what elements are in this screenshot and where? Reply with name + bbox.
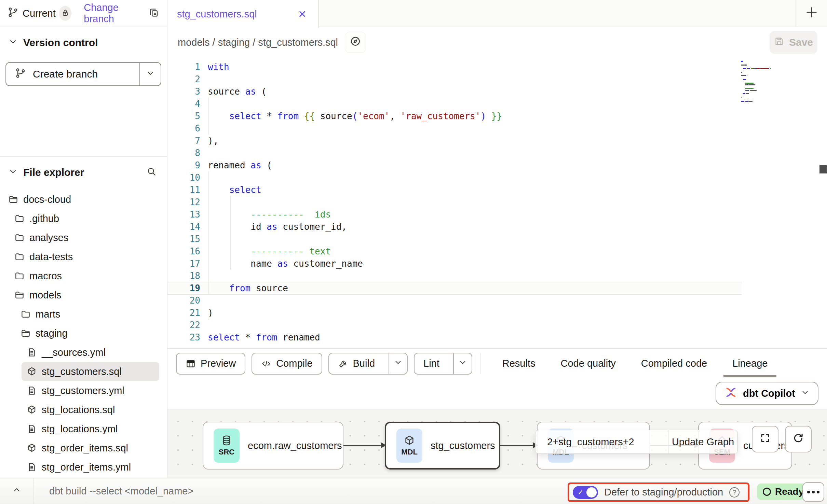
copy-icon — [148, 7, 159, 20]
code-line[interactable]: 19 from source — [167, 282, 827, 294]
code-line-text — [208, 196, 827, 208]
file-search-button[interactable] — [146, 166, 157, 179]
code-line[interactable]: 2 — [167, 73, 827, 85]
indent-guide — [208, 270, 209, 282]
code-line[interactable]: 13 ---------- ids — [167, 208, 827, 221]
code-line[interactable]: 14 id as customer_id, — [167, 221, 827, 233]
code-line[interactable]: 10 — [167, 171, 827, 184]
lineage-selector-input[interactable]: 2+stg_customers+2 — [535, 430, 668, 453]
lineage-node-ecom-raw_customers[interactable]: SRCecom.raw_customers — [203, 422, 343, 470]
file-tree-item[interactable]: staging — [0, 324, 167, 343]
compile-button[interactable]: Compile — [252, 353, 322, 375]
build-button[interactable]: Build — [328, 353, 408, 375]
file-tree-item[interactable]: models — [0, 285, 167, 305]
file-tree-item[interactable]: analyses — [0, 228, 167, 247]
code-line-text — [208, 122, 827, 135]
search-icon — [146, 166, 157, 179]
folder-open-icon — [14, 290, 25, 300]
update-graph-button[interactable]: Update Graph — [668, 430, 737, 453]
code-line[interactable]: 9renamed as ( — [167, 159, 827, 171]
indent-guide — [208, 233, 209, 245]
code-line[interactable]: 23select * from renamed — [167, 331, 827, 344]
file-tree-item[interactable]: stg_order_items.yml — [0, 458, 167, 477]
tab-close-icon[interactable]: ✕ — [298, 8, 307, 20]
file-explorer-header[interactable]: File explorer — [0, 163, 167, 182]
lineage-refresh-button[interactable] — [785, 426, 812, 452]
more-options-button[interactable] — [802, 482, 824, 502]
preview-button[interactable]: Preview — [176, 353, 245, 375]
code-line[interactable]: 11 select — [167, 184, 827, 196]
file-tree-item[interactable]: marts — [0, 305, 167, 324]
code-line[interactable]: 21) — [167, 307, 827, 319]
code-line[interactable]: 4 — [167, 98, 827, 110]
command-input[interactable]: dbt build --select <model_name> — [49, 486, 193, 497]
code-line[interactable]: 22 — [167, 319, 827, 331]
new-tab-button[interactable] — [796, 0, 827, 27]
file-tree-item[interactable]: stg_locations.sql — [0, 400, 167, 419]
code-line[interactable]: 7), — [167, 135, 827, 147]
file-tree-item-label: stg_locations.sql — [42, 404, 115, 416]
build-dropdown[interactable] — [389, 353, 407, 374]
file-tree-item[interactable]: .github — [0, 209, 167, 228]
code-line[interactable]: 20 — [167, 294, 827, 307]
help-icon[interactable]: ? — [729, 487, 740, 498]
create-branch-button[interactable]: Create branch — [5, 62, 161, 86]
code-line-text: ---------- ids — [208, 208, 827, 221]
file-tree-item[interactable]: stg_customers.yml — [0, 381, 167, 400]
version-control-header[interactable]: Version control — [0, 33, 167, 52]
code-line[interactable]: 3source as ( — [167, 85, 827, 98]
lint-button[interactable]: Lint — [414, 353, 472, 375]
file-tree-item[interactable]: data-tests — [0, 247, 167, 266]
file-tree-item[interactable]: docs-cloud — [0, 190, 167, 209]
lineage-node-stg_customers[interactable]: MDLstg_customers — [385, 422, 500, 470]
breadcrumb: models / staging / stg_customers.sql — [178, 37, 338, 48]
check-icon: ✓ — [578, 488, 584, 496]
line-number: 21 — [167, 307, 208, 319]
tab-stg-customers-sql[interactable]: stg_customers.sql ✕ — [167, 0, 319, 28]
code-line[interactable]: 15 — [167, 233, 827, 245]
file-tree-item[interactable]: stg_order_items.sql — [0, 438, 167, 458]
defer-toggle[interactable]: ✓ — [573, 486, 598, 499]
collapse-commandbar-button[interactable] — [0, 485, 33, 497]
indent-guide — [230, 221, 231, 233]
code-line[interactable]: 16 ---------- text — [167, 245, 827, 257]
current-branch[interactable]: Current — [8, 7, 56, 20]
code-icon — [261, 359, 271, 369]
code-line-text — [208, 294, 827, 307]
file-tree-item[interactable]: macros — [0, 266, 167, 285]
tab-code-quality[interactable]: Code quality — [561, 358, 616, 369]
change-branch-link[interactable]: Change branch — [84, 2, 140, 25]
lineage-fullscreen-button[interactable] — [752, 426, 778, 452]
model-actions-button[interactable] — [345, 32, 366, 53]
create-branch-dropdown[interactable] — [139, 63, 161, 85]
code-line[interactable]: 1with — [167, 61, 827, 73]
code-editor[interactable]: 1with23source as (45 select * from {{ so… — [167, 57, 827, 348]
code-line[interactable]: 8 — [167, 147, 827, 159]
file-tree-item[interactable]: __sources.yml — [0, 343, 167, 362]
line-number: 8 — [167, 147, 208, 159]
lint-dropdown[interactable] — [453, 353, 472, 374]
code-line[interactable]: 12 — [167, 196, 827, 208]
toolbar-divider — [480, 353, 481, 374]
save-button[interactable]: Save — [770, 31, 817, 54]
tab-results[interactable]: Results — [502, 358, 535, 369]
code-line-text — [208, 147, 827, 159]
code-line[interactable]: 5 select * from {{ source('ecom', 'raw_c… — [167, 110, 827, 122]
code-line[interactable]: 18 — [167, 270, 827, 282]
copy-branch-button[interactable] — [148, 7, 159, 20]
line-number: 17 — [167, 257, 208, 270]
create-branch-label: Create branch — [33, 68, 98, 80]
file-tree-item[interactable]: stg_locations.yml — [0, 419, 167, 438]
tab-compiled-code[interactable]: Compiled code — [641, 358, 707, 369]
lineage-filter-bar: 2+stg_customers+2 Update Graph — [535, 430, 738, 454]
save-icon — [774, 36, 784, 49]
code-line[interactable]: 6 — [167, 122, 827, 135]
results-tabs: ResultsCode qualityCompiled codeLineage — [502, 358, 768, 369]
lineage-graph[interactable]: SRCecom.raw_customersMDLstg_customersMDL… — [167, 409, 827, 478]
dbt-copilot-button[interactable]: dbt Copilot — [716, 382, 818, 405]
file-tree-item[interactable]: stg_customers.sql — [22, 362, 159, 381]
tab-lineage[interactable]: Lineage — [732, 358, 768, 369]
code-line[interactable]: 17 name as customer_name — [167, 257, 827, 270]
fullscreen-icon — [760, 433, 771, 446]
line-number: 1 — [167, 61, 208, 73]
